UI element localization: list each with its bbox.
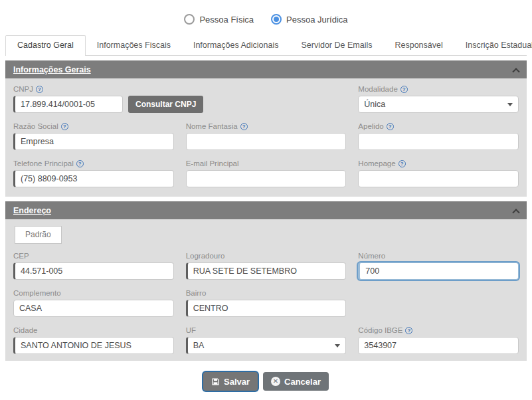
complemento-label: Complemento [13,289,174,297]
uf-select[interactable]: BA [186,337,347,354]
field-homepage: Homepage ? [358,159,519,187]
endereco-header[interactable]: Endereço [5,201,527,219]
field-cidade: Cidade [13,326,174,354]
save-floppy-icon [211,377,220,386]
field-uf: UF BA [186,326,347,354]
field-codigo-ibge: Código IBGE ? [358,326,519,354]
endereco-title: Endereço [13,206,51,215]
codigo-ibge-input[interactable] [358,337,519,354]
nome-fantasia-label: Nome Fantasia ? [186,122,347,130]
help-icon[interactable]: ? [61,123,68,130]
radio-pessoa-fisica[interactable]: Pessoa Física [184,14,254,25]
tab-endereco-padrao[interactable]: Padrão [15,226,62,244]
apelido-label: Apelido ? [358,122,519,130]
informacoes-gerais-title: Informações Gerais [13,65,91,74]
radio-pessoa-juridica[interactable]: Pessoa Jurídica [271,14,348,25]
form-actions: Salvar ✕ Cancelar [0,372,532,391]
cancel-button-label: Cancelar [284,377,321,387]
field-razao-social: Razão Social ? [13,122,174,150]
field-cep: CEP [13,252,174,280]
section-informacoes-gerais: Informações Gerais CNPJ ? Consultar CNPJ [5,60,527,197]
field-numero: Número [358,252,519,280]
tab-inscricao-estadual[interactable]: Inscrição Estadual [454,36,532,55]
consultar-cnpj-button[interactable]: Consultar CNPJ [128,96,203,113]
nome-fantasia-input[interactable] [186,133,347,150]
chevron-down-icon [335,344,340,348]
collapse-chevron-up-icon[interactable] [512,68,519,75]
logradouro-label: Logradouro [186,252,347,260]
field-apelido: Apelido ? [358,122,519,150]
apelido-input[interactable] [358,133,519,150]
email-principal-label: E-mail Principal [186,159,347,167]
cancel-x-circle-icon: ✕ [271,377,280,386]
razao-social-label: Razão Social ? [13,122,174,130]
help-icon[interactable]: ? [400,86,408,93]
telefone-principal-label: Telefone Principal ? [13,159,174,167]
help-icon[interactable]: ? [405,327,412,334]
homepage-label: Homepage ? [358,159,519,167]
main-tabbar: Cadastro Geral Informações Fiscais Infor… [5,35,527,56]
codigo-ibge-label: Código IBGE ? [358,326,519,334]
tab-cadastro-geral[interactable]: Cadastro Geral [5,35,86,56]
field-telefone-principal: Telefone Principal ? [13,159,174,187]
radio-selected-icon[interactable] [271,14,282,25]
help-icon[interactable]: ? [399,160,406,167]
tab-informacoes-fiscais[interactable]: Informações Fiscais [86,36,182,55]
informacoes-gerais-header[interactable]: Informações Gerais [5,60,527,78]
endereco-body: Padrão CEP Logradouro Número [5,219,527,361]
razao-social-input[interactable] [13,133,174,150]
field-cnpj: CNPJ ? Consultar CNPJ [13,85,346,113]
email-principal-input[interactable] [186,170,347,187]
help-icon[interactable]: ? [387,123,394,130]
person-type-group: Pessoa Física Pessoa Jurídica [0,0,532,25]
field-logradouro: Logradouro [186,252,347,280]
numero-label: Número [358,252,519,260]
radio-pessoa-juridica-label: Pessoa Jurídica [286,15,348,25]
cep-label: CEP [13,252,174,260]
informacoes-gerais-body: CNPJ ? Consultar CNPJ Modalidade ? Única [5,78,527,197]
cidade-input[interactable] [13,337,174,354]
tab-responsavel[interactable]: Responsável [383,36,454,55]
cnpj-input[interactable] [13,96,123,113]
uf-label: UF [186,326,347,334]
help-icon[interactable]: ? [36,86,43,93]
cep-input[interactable] [13,262,174,280]
logradouro-input[interactable] [186,262,347,280]
radio-unselected-icon[interactable] [184,14,195,25]
chevron-down-icon [507,103,513,106]
modalidade-label: Modalidade ? [358,85,519,93]
tab-servidor-de-emails[interactable]: Servidor De Emails [290,36,383,55]
homepage-input[interactable] [358,170,519,187]
field-modalidade: Modalidade ? Única [358,85,519,113]
tab-informacoes-adicionais[interactable]: Informações Adicionais [182,36,290,55]
modalidade-select[interactable]: Única [358,96,519,113]
help-icon[interactable]: ? [76,160,84,167]
field-complemento: Complemento [13,289,174,317]
collapse-chevron-up-icon[interactable] [512,209,519,216]
field-email-principal: E-mail Principal [186,159,347,187]
cadastro-page: Pessoa Física Pessoa Jurídica Cadastro G… [0,0,532,400]
cidade-label: Cidade [13,326,174,334]
save-button-label: Salvar [224,377,250,387]
cancel-button[interactable]: ✕ Cancelar [263,372,329,391]
bairro-input[interactable] [186,300,347,317]
help-icon[interactable]: ? [240,123,248,130]
radio-pessoa-fisica-label: Pessoa Física [199,15,254,25]
bairro-label: Bairro [186,289,347,297]
section-endereco: Endereço Padrão CEP Logradouro [5,201,527,361]
field-nome-fantasia: Nome Fantasia ? [186,122,347,150]
save-button[interactable]: Salvar [203,372,258,391]
field-bairro: Bairro [186,289,347,317]
cnpj-label: CNPJ ? [13,85,346,93]
complemento-input[interactable] [13,300,174,317]
numero-input[interactable] [358,262,519,280]
telefone-principal-input[interactable] [13,170,174,187]
